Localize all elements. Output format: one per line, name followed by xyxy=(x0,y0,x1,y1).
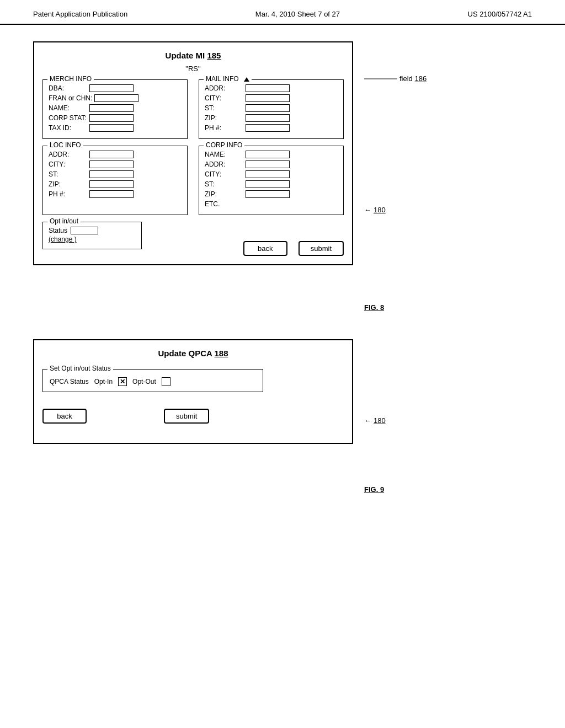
ref-180-fig8: 180 xyxy=(374,206,386,214)
top-info-sections: MERCH INFO DBA: FRAN or CHN: NAME: xyxy=(42,79,344,139)
corp-stat-label: CORP STAT: xyxy=(49,114,87,122)
loc-addr-input[interactable] xyxy=(89,151,134,158)
mail-zip-input[interactable] xyxy=(246,114,290,122)
dba-input[interactable] xyxy=(89,84,134,92)
opt-change-row: (change ) xyxy=(49,235,136,243)
loc-zip-label: ZIP: xyxy=(49,180,87,188)
header-date-sheet: Mar. 4, 2010 Sheet 7 of 27 xyxy=(255,10,340,18)
corp-addr-row: ADDR: xyxy=(205,160,338,168)
name-label: NAME: xyxy=(49,104,87,112)
corp-addr-input[interactable] xyxy=(246,160,290,168)
loc-st-input[interactable] xyxy=(89,170,134,178)
mail-addr-row: ADDR: xyxy=(205,84,338,92)
loc-st-label: ST: xyxy=(49,170,87,178)
merch-info-section: MERCH INFO DBA: FRAN or CHN: NAME: xyxy=(42,79,188,139)
opt-status-row: Status xyxy=(49,227,136,234)
mail-info-title: MAIL INFO xyxy=(204,75,252,83)
opt-out-label: Opt-Out xyxy=(132,378,156,386)
fig8-back-button[interactable]: back xyxy=(243,241,287,256)
corp-name-input[interactable] xyxy=(246,151,290,158)
field-annotation-text: field 186 xyxy=(399,74,427,83)
corp-etc-row: ETC. xyxy=(205,200,338,208)
corp-city-label: CITY: xyxy=(205,170,243,178)
arrow-180-annotation-fig9: ← 180 xyxy=(364,416,386,425)
content-area: Update MI 185 "RS" MERCH INFO DBA: FR xyxy=(0,25,565,527)
mail-ph-row: PH #: xyxy=(205,124,338,132)
corp-city-input[interactable] xyxy=(246,170,290,178)
corp-addr-label: ADDR: xyxy=(205,160,243,168)
mail-city-row: CITY: xyxy=(205,94,338,102)
mail-ph-input[interactable] xyxy=(246,124,290,132)
loc-city-input[interactable] xyxy=(89,160,134,168)
name-row: NAME: xyxy=(49,104,182,112)
merch-info-title: MERCH INFO xyxy=(47,75,94,83)
loc-zip-input[interactable] xyxy=(89,180,134,188)
tax-id-label: TAX ID: xyxy=(49,124,87,132)
fran-input[interactable] xyxy=(94,94,138,102)
tax-id-input[interactable] xyxy=(89,124,134,132)
status-input[interactable] xyxy=(71,227,98,234)
loc-addr-row: ADDR: xyxy=(49,151,182,158)
loc-info-title: LOC INFO xyxy=(47,141,83,149)
qpca-opt-section: Set Opt in/out Status QPCA Status Opt-In… xyxy=(42,369,263,392)
fig9-annotations: ← 180 FIG. 9 xyxy=(364,339,386,494)
opt-in-checkbox[interactable]: ✕ xyxy=(118,377,127,386)
mail-addr-label: ADDR: xyxy=(205,84,243,92)
page-header: Patent Application Publication Mar. 4, 2… xyxy=(0,0,565,25)
corp-st-input[interactable] xyxy=(246,180,290,188)
field-annotation: field 186 xyxy=(364,74,427,83)
loc-ph-input[interactable] xyxy=(89,190,134,198)
fig8-annotations: field 186 ← 180 FIG. 8 xyxy=(364,41,427,312)
fig8-title: Update MI 185 xyxy=(42,51,344,60)
fran-row: FRAN or CHN: xyxy=(49,94,182,102)
opt-out-checkbox[interactable] xyxy=(162,377,170,386)
opt-section: Opt in/out Status (change ) xyxy=(42,222,142,249)
loc-city-label: CITY: xyxy=(49,160,87,168)
corp-info-section: CORP INFO NAME: ADDR: CITY: xyxy=(199,146,344,215)
corp-stat-input[interactable] xyxy=(89,114,134,122)
corp-name-row: NAME: xyxy=(205,151,338,158)
corp-zip-input[interactable] xyxy=(246,190,290,198)
opt-title: Opt in/out xyxy=(47,217,81,225)
mail-zip-label: ZIP: xyxy=(205,114,243,122)
mail-st-label: ST: xyxy=(205,104,243,112)
loc-info-section: LOC INFO ADDR: CITY: ST: xyxy=(42,146,188,215)
mail-ph-label: PH #: xyxy=(205,124,243,132)
arrow-180-annotation-fig8: ← 180 xyxy=(364,206,427,214)
fig8-submit-button[interactable]: submit xyxy=(299,241,344,256)
fig8-subtitle: "RS" xyxy=(42,65,344,73)
loc-zip-row: ZIP: xyxy=(49,180,182,188)
corp-stat-row: CORP STAT: xyxy=(49,114,182,122)
fig8-buttons: back submit xyxy=(243,241,344,256)
mail-st-input[interactable] xyxy=(246,104,290,112)
loc-ph-row: PH #: xyxy=(49,190,182,198)
mail-city-label: CITY: xyxy=(205,94,243,102)
fig9-back-button[interactable]: back xyxy=(42,409,87,424)
corp-name-label: NAME: xyxy=(205,151,243,158)
fig9-submit-button[interactable]: submit xyxy=(164,409,209,424)
name-input[interactable] xyxy=(89,104,134,112)
dba-row: DBA: xyxy=(49,84,182,92)
corp-city-row: CITY: xyxy=(205,170,338,178)
mail-addr-input[interactable] xyxy=(246,84,290,92)
fig9-label: FIG. 9 xyxy=(364,485,384,494)
loc-city-row: CITY: xyxy=(49,160,182,168)
dba-label: DBA: xyxy=(49,84,87,92)
fig8-dialog: Update MI 185 "RS" MERCH INFO DBA: FR xyxy=(33,41,353,265)
fig9-container: Update QPCA 188 Set Opt in/out Status QP… xyxy=(33,339,532,494)
annotation-line-field xyxy=(364,78,397,79)
fig9-title: Update QPCA 188 xyxy=(42,349,344,358)
change-link[interactable]: (change ) xyxy=(49,235,77,243)
mail-city-input[interactable] xyxy=(246,94,290,102)
opt-in-label: Opt-In xyxy=(94,378,113,386)
bottom-info-sections: LOC INFO ADDR: CITY: ST: xyxy=(42,146,344,215)
loc-st-row: ST: xyxy=(49,170,182,178)
corp-st-row: ST: xyxy=(205,180,338,188)
header-patent-number: US 2100/057742 A1 xyxy=(468,10,532,18)
corp-zip-label: ZIP: xyxy=(205,190,243,198)
corp-st-label: ST: xyxy=(205,180,243,188)
loc-ph-label: PH #: xyxy=(49,190,87,198)
fig8-label-container: FIG. 8 xyxy=(364,303,427,312)
mail-info-section: MAIL INFO ADDR: CITY: ST: xyxy=(199,79,344,139)
tax-id-row: TAX ID: xyxy=(49,124,182,132)
